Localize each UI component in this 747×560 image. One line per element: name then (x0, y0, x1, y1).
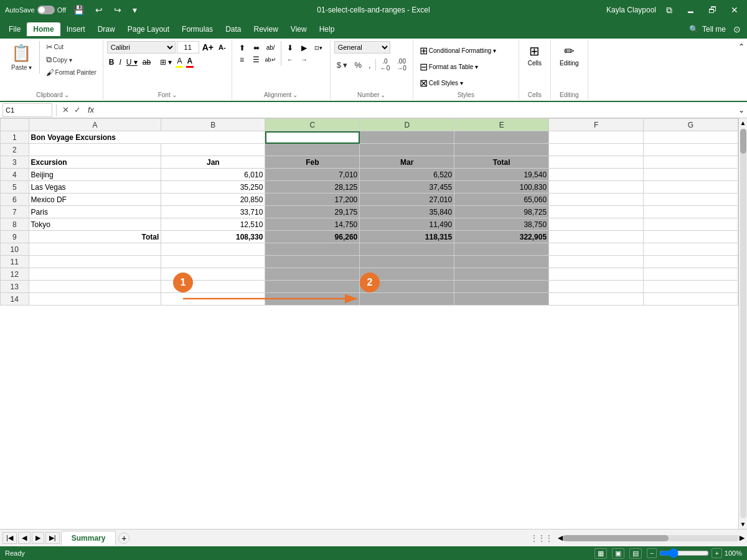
cell-A4[interactable]: Beijing (29, 169, 161, 181)
menu-formulas[interactable]: Formulas (176, 22, 219, 36)
menu-page-layout[interactable]: Page Layout (121, 22, 176, 36)
cell-G5[interactable] (644, 181, 738, 194)
menu-insert[interactable]: Insert (60, 22, 92, 36)
row-num-1[interactable]: 1 (1, 131, 29, 144)
underline-button[interactable]: U ▾ (125, 57, 139, 67)
sheet-tab-summary[interactable]: Summary (61, 531, 116, 545)
cell-C2[interactable] (265, 144, 360, 156)
cell-A6[interactable]: Mexico DF (29, 194, 161, 206)
cell-F4[interactable] (549, 169, 644, 181)
hscroll-right[interactable]: ▶ (740, 534, 745, 542)
cell-E3[interactable]: Total (454, 156, 549, 169)
scroll-track[interactable] (740, 129, 746, 518)
cell-D1[interactable] (360, 131, 454, 144)
cell-A9[interactable]: Total (29, 231, 161, 243)
paste-button[interactable]: 📋 Paste ▾ (6, 41, 37, 73)
col-header-B[interactable]: B (161, 119, 265, 131)
row-num-6[interactable]: 6 (1, 194, 29, 206)
scroll-up-button[interactable]: ▲ (739, 118, 747, 128)
cell-B9[interactable]: 108,330 (161, 231, 265, 243)
name-box[interactable] (2, 103, 52, 117)
cell-F7[interactable] (549, 206, 644, 218)
cell-B5[interactable]: 35,250 (161, 181, 265, 194)
font-shrink-button[interactable]: A- (217, 43, 228, 52)
cell-G8[interactable] (644, 218, 738, 231)
row-num-14[interactable]: 14 (1, 293, 29, 306)
save-button[interactable]: 💾 (70, 4, 88, 16)
dollar-button[interactable]: $ ▾ (334, 59, 350, 71)
cell-A1[interactable]: Bon Voyage Excursions (29, 131, 265, 144)
redo-button[interactable]: ↪ (110, 4, 125, 16)
row-num-11[interactable]: 11 (1, 256, 29, 268)
confirm-formula-button[interactable]: ✓ (72, 105, 83, 114)
cell-C3[interactable]: Feb (265, 156, 360, 169)
font-expand-icon[interactable]: ⌄ (172, 91, 177, 98)
dec-decrease-button[interactable]: .00→0 (394, 57, 409, 73)
bold-button[interactable]: B (107, 57, 116, 67)
zoom-slider[interactable] (659, 548, 709, 558)
customize-qat-button[interactable]: ▾ (129, 4, 141, 16)
row-num-10[interactable]: 10 (1, 243, 29, 256)
cell-C1[interactable] (265, 131, 360, 144)
align-bottom-button[interactable]: ⬇ (284, 42, 296, 54)
row-num-7[interactable]: 7 (1, 206, 29, 218)
cell-C9[interactable]: 96,260 (265, 231, 360, 243)
copy-button[interactable]: ⧉ Copy ▾ (44, 54, 99, 66)
row-num-8[interactable]: 8 (1, 218, 29, 231)
cell-E8[interactable]: 38,750 (454, 218, 549, 231)
editing-button[interactable]: ✏ Editing (555, 41, 584, 69)
row-num-3[interactable]: 3 (1, 156, 29, 169)
fill-color-button[interactable]: A (175, 56, 184, 66)
cell-G6[interactable] (644, 194, 738, 206)
borders-button[interactable]: ⊞ ▾ (158, 57, 174, 67)
number-expand-icon[interactable]: ⌄ (380, 91, 385, 98)
undo-button[interactable]: ↩ (92, 4, 106, 16)
cell-A5[interactable]: Las Vegas (29, 181, 161, 194)
tab-nav-prev[interactable]: ◀ (18, 532, 31, 544)
conditional-formatting-button[interactable]: ⊞ Conditional Formatting ▾ (417, 44, 499, 58)
strikethrough-button[interactable]: ab (141, 57, 153, 67)
align-middle-button[interactable]: ⬌ (250, 42, 263, 54)
col-header-A[interactable]: A (29, 119, 161, 131)
font-color-button[interactable]: A (185, 56, 194, 66)
cell-D2[interactable] (360, 144, 454, 156)
cell-G3[interactable] (644, 156, 738, 169)
hscroll-left[interactable]: ◀ (558, 534, 563, 542)
cell-F9[interactable] (549, 231, 644, 243)
normal-view-button[interactable]: ▦ (594, 548, 607, 559)
cell-F1[interactable] (549, 131, 644, 144)
cell-D9[interactable]: 118,315 (360, 231, 454, 243)
menu-file[interactable]: File (2, 22, 27, 36)
scroll-thumb[interactable] (740, 129, 746, 154)
alignment-expand-icon[interactable]: ⌄ (293, 91, 298, 98)
zoom-out-button[interactable]: − (647, 548, 657, 558)
row-num-12[interactable]: 12 (1, 268, 29, 281)
cell-G7[interactable] (644, 206, 738, 218)
cell-B4[interactable]: 6,010 (161, 169, 265, 181)
percent-button[interactable]: % (352, 59, 364, 71)
cell-G1[interactable] (644, 131, 738, 144)
close-button[interactable]: ✕ (727, 4, 742, 16)
formula-expand-button[interactable]: ⌄ (738, 106, 745, 114)
page-layout-button[interactable]: ▣ (612, 548, 624, 559)
autosave-toggle[interactable]: AutoSave Off (5, 6, 66, 14)
vertical-scrollbar[interactable]: ▲ ▼ (738, 118, 747, 529)
row-num-9[interactable]: 9 (1, 231, 29, 243)
tab-nav-next[interactable]: ▶ (32, 532, 44, 544)
align-top-button[interactable]: ⬆ (236, 42, 248, 54)
scroll-down-button[interactable]: ▼ (739, 520, 747, 529)
corner-header[interactable] (1, 119, 29, 131)
align-center-button[interactable]: ☰ (250, 54, 263, 65)
cell-E7[interactable]: 98,725 (454, 206, 549, 218)
row-num-2[interactable]: 2 (1, 144, 29, 156)
row-num-13[interactable]: 13 (1, 281, 29, 293)
tell-me-label[interactable]: Tell me (702, 25, 726, 34)
menu-view[interactable]: View (284, 22, 313, 36)
italic-button[interactable]: I (117, 57, 123, 67)
cell-C7[interactable]: 29,175 (265, 206, 360, 218)
cell-D5[interactable]: 37,455 (360, 181, 454, 194)
cell-C6[interactable]: 17,200 (265, 194, 360, 206)
row-num-5[interactable]: 5 (1, 181, 29, 194)
menu-data[interactable]: Data (219, 22, 247, 36)
cell-F2[interactable] (549, 144, 644, 156)
